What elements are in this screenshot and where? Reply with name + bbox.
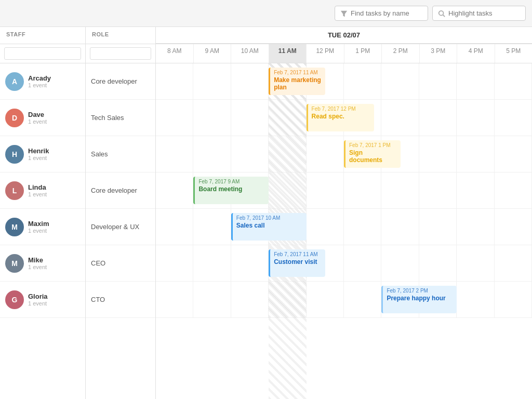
event-block[interactable]: Feb 7, 2017 11 AM Customer visit xyxy=(269,249,325,277)
event-block[interactable]: Feb 7, 2017 11 AM Make marketing plan xyxy=(269,68,325,95)
event-block[interactable]: Feb 7, 2017 9 AM Board meeting xyxy=(193,177,269,204)
filter-icon xyxy=(340,10,348,17)
staff-info: Henrik 1 event xyxy=(28,147,49,161)
timeline-row: Feb 7, 2017 11 AM Make marketing plan xyxy=(156,63,532,100)
staff-info: Arcady 1 event xyxy=(28,74,51,88)
event-block[interactable]: Feb 7, 2017 10 AM Sales call xyxy=(231,213,307,241)
time-cell xyxy=(156,245,193,281)
time-cell xyxy=(457,100,494,136)
time-cell xyxy=(193,136,231,172)
staff-filter-cell xyxy=(0,44,86,63)
search-icon xyxy=(438,10,445,17)
time-cell xyxy=(344,282,381,317)
time-cell xyxy=(156,282,193,317)
time-cell xyxy=(307,172,344,208)
event-title: Sales call xyxy=(236,222,303,229)
time-cell xyxy=(381,245,419,281)
time-cell xyxy=(156,63,193,99)
highlight-tasks-box[interactable] xyxy=(432,6,526,21)
staff-name: Maxim xyxy=(28,220,49,228)
time-slot-10: 10 AM xyxy=(231,44,269,63)
avatar: L xyxy=(5,181,24,200)
time-cell xyxy=(193,282,231,317)
role-filter-input[interactable] xyxy=(90,47,151,60)
time-cell xyxy=(307,136,344,172)
time-cell xyxy=(193,209,231,245)
event-title: Read spec. xyxy=(312,113,370,120)
time-slot-11: 11 AM xyxy=(269,44,307,63)
time-cell xyxy=(419,63,457,99)
main-layout: STAFF ROLE TUE 02/07 8 AM9 AM10 AM11 AM1… xyxy=(0,27,532,399)
staff-events: 1 event xyxy=(28,300,48,307)
staff-info: Gloria 1 event xyxy=(28,292,48,307)
role-filter-cell xyxy=(86,44,156,63)
time-cell xyxy=(457,245,494,281)
staff-col-header: STAFF xyxy=(0,27,86,44)
time-slot-15: 3 PM xyxy=(420,44,458,63)
timeline-row: Feb 7, 2017 11 AM Customer visit xyxy=(156,245,532,282)
time-cell xyxy=(495,136,532,172)
time-cell xyxy=(156,100,193,136)
time-cell xyxy=(419,100,457,136)
highlight-tasks-input[interactable] xyxy=(448,9,520,17)
date-header: TUE 02/07 xyxy=(156,27,532,44)
staff-events: 1 event xyxy=(28,82,51,88)
staff-info: Maxim 1 event xyxy=(28,220,49,234)
time-cell xyxy=(269,100,306,136)
event-block[interactable]: Feb 7, 2017 2 PM Prepare happy hour xyxy=(381,286,457,313)
staff-name: Dave xyxy=(28,111,47,118)
time-cell xyxy=(269,136,306,172)
svg-marker-0 xyxy=(341,10,347,16)
event-block[interactable]: Feb 7, 2017 12 PM Read spec. xyxy=(307,104,374,131)
time-cell xyxy=(419,209,457,245)
time-cell xyxy=(495,245,532,281)
time-cell xyxy=(344,209,381,245)
avatar: D xyxy=(5,109,24,127)
role-panel: Core developerTech SalesSalesCore develo… xyxy=(86,63,156,399)
time-cell xyxy=(156,136,193,172)
time-header-row: 8 AM9 AM10 AM11 AM12 PM1 PM2 PM3 PM4 PM5… xyxy=(156,44,532,63)
staff-info: Linda 1 event xyxy=(28,183,47,197)
event-title: Board meeting xyxy=(198,185,265,193)
time-cell xyxy=(231,282,269,317)
time-slot-16: 4 PM xyxy=(457,44,495,63)
event-title: Prepare happy hour xyxy=(387,295,453,302)
staff-info: Dave 1 event xyxy=(28,111,47,125)
find-tasks-box[interactable] xyxy=(335,6,428,21)
staff-name: Mike xyxy=(28,256,47,264)
time-cell xyxy=(156,172,193,208)
time-cell xyxy=(495,282,532,317)
find-tasks-input[interactable] xyxy=(351,9,422,17)
staff-name: Gloria xyxy=(28,292,48,300)
staff-info: Mike 1 event xyxy=(28,256,47,270)
content-area: A Arcady 1 event D Dave 1 event H Henrik… xyxy=(0,63,532,399)
time-cell xyxy=(231,245,269,281)
event-time: Feb 7, 2017 11 AM xyxy=(274,251,322,257)
time-cell xyxy=(156,209,193,245)
time-cell xyxy=(457,282,494,317)
staff-events: 1 event xyxy=(28,155,49,161)
role-row: CEO xyxy=(86,245,155,282)
event-block[interactable]: Feb 7, 2017 1 PM Sign documents xyxy=(344,140,401,168)
time-cell xyxy=(381,100,419,136)
time-slot-17: 5 PM xyxy=(495,44,533,63)
time-cell xyxy=(231,63,269,99)
time-cell xyxy=(419,245,457,281)
time-slot-13: 1 PM xyxy=(344,44,382,63)
staff-filter-input[interactable] xyxy=(4,47,81,60)
event-time: Feb 7, 2017 9 AM xyxy=(198,179,265,184)
time-cell xyxy=(269,172,306,208)
staff-name: Linda xyxy=(28,183,47,191)
role-row: Sales xyxy=(86,136,155,172)
time-cell xyxy=(344,245,381,281)
event-title: Make marketing plan xyxy=(274,76,322,91)
top-bar xyxy=(0,0,532,27)
time-cell xyxy=(381,172,419,208)
time-cell xyxy=(495,63,532,99)
filter-row: 8 AM9 AM10 AM11 AM12 PM1 PM2 PM3 PM4 PM5… xyxy=(0,44,532,63)
event-time: Feb 7, 2017 12 PM xyxy=(312,106,370,112)
avatar: G xyxy=(5,290,24,309)
timeline-row: Feb 7, 2017 12 PM Read spec. xyxy=(156,100,532,136)
event-time: Feb 7, 2017 10 AM xyxy=(236,215,303,221)
event-time: Feb 7, 2017 1 PM xyxy=(349,142,397,148)
